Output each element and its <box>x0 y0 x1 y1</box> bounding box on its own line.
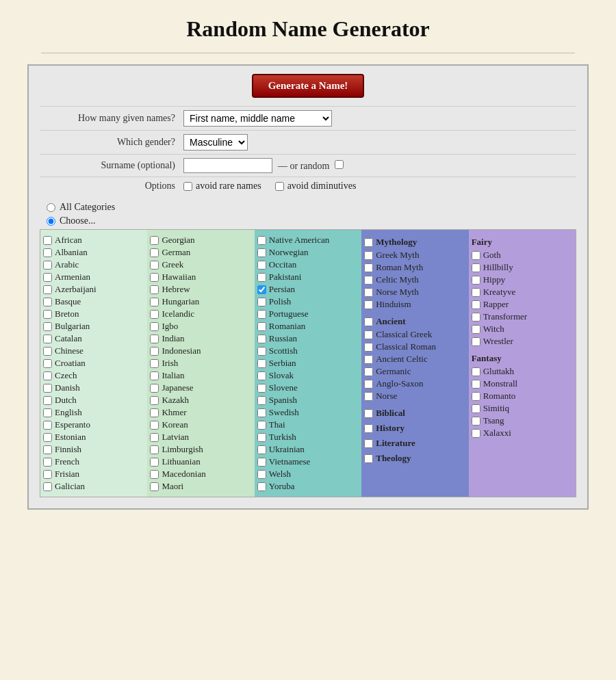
checkbox-vietnamese[interactable] <box>257 458 266 467</box>
checkbox-transformer[interactable] <box>472 313 480 322</box>
choose-label[interactable]: Choose... <box>47 215 576 226</box>
checkbox-azerbaijani[interactable] <box>43 285 52 294</box>
checkbox-dutch[interactable] <box>43 396 52 405</box>
checkbox-macedonian[interactable] <box>150 470 159 479</box>
checkbox-hinduism[interactable] <box>364 300 373 309</box>
checkbox-korean[interactable] <box>150 421 159 430</box>
checkbox-galician[interactable] <box>43 482 52 491</box>
checkbox-danish[interactable] <box>43 384 52 393</box>
all-categories-label[interactable]: All Categories <box>47 202 576 213</box>
random-surname-checkbox[interactable] <box>335 160 344 169</box>
checkbox-ukrainian[interactable] <box>257 445 266 454</box>
checkbox-german[interactable] <box>150 248 159 257</box>
checkbox-indonesian[interactable] <box>150 347 159 356</box>
checkbox-ancient[interactable] <box>364 317 373 326</box>
checkbox-albanian[interactable] <box>43 248 52 257</box>
checkbox-rapper[interactable] <box>472 300 480 309</box>
checkbox-witch[interactable] <box>472 325 480 334</box>
checkbox-limburgish[interactable] <box>150 445 159 454</box>
checkbox-xalaxxi[interactable] <box>472 429 480 438</box>
checkbox-spanish[interactable] <box>257 396 266 405</box>
gender-select[interactable]: Masculine Feminine Either <box>183 134 248 151</box>
checkbox-celtic-myth[interactable] <box>364 276 373 285</box>
checkbox-french[interactable] <box>43 458 52 467</box>
all-categories-radio[interactable] <box>47 203 55 212</box>
checkbox-anglo-saxon[interactable] <box>364 380 373 389</box>
checkbox-classical-roman[interactable] <box>364 343 373 352</box>
checkbox-greek-myth[interactable] <box>364 251 373 260</box>
checkbox-chinese[interactable] <box>43 347 52 356</box>
checkbox-greek[interactable] <box>150 261 159 270</box>
checkbox-lithuanian[interactable] <box>150 458 159 467</box>
checkbox-romanian[interactable] <box>257 322 266 331</box>
checkbox-roman-myth[interactable] <box>364 263 373 272</box>
checkbox-armenian[interactable] <box>43 273 52 282</box>
checkbox-gluttakh[interactable] <box>472 367 480 376</box>
checkbox-goth[interactable] <box>472 251 480 260</box>
checkbox-norse-myth[interactable] <box>364 288 373 297</box>
checkbox-wrestler[interactable] <box>472 337 480 346</box>
checkbox-hebrew[interactable] <box>150 285 159 294</box>
checkbox-russian[interactable] <box>257 335 266 343</box>
checkbox-classical-greek[interactable] <box>364 330 373 339</box>
checkbox-mythology[interactable] <box>364 238 373 247</box>
checkbox-kazakh[interactable] <box>150 396 159 405</box>
checkbox-arabic[interactable] <box>43 261 52 270</box>
checkbox-scottish[interactable] <box>257 347 266 356</box>
checkbox-maori[interactable] <box>150 482 159 491</box>
checkbox-romanto[interactable] <box>472 392 480 401</box>
given-names-select[interactable]: First name only First name, middle name … <box>183 110 332 127</box>
checkbox-english[interactable] <box>43 408 52 417</box>
checkbox-pakistani[interactable] <box>257 273 266 282</box>
checkbox-kreatyve[interactable] <box>472 288 480 297</box>
checkbox-hillbilly[interactable] <box>472 263 480 272</box>
checkbox-breton[interactable] <box>43 310 52 319</box>
checkbox-basque[interactable] <box>43 298 52 306</box>
avoid-dim-checkbox[interactable] <box>275 182 284 191</box>
surname-input[interactable] <box>183 158 272 173</box>
checkbox-simitiq[interactable] <box>472 404 480 413</box>
checkbox-igbo[interactable] <box>150 322 159 331</box>
checkbox-germanic[interactable] <box>364 367 373 376</box>
checkbox-irish[interactable] <box>150 359 159 368</box>
checkbox-italian[interactable] <box>150 371 159 380</box>
checkbox-polish[interactable] <box>257 298 266 306</box>
checkbox-ancient-celtic[interactable] <box>364 355 373 364</box>
checkbox-norwegian[interactable] <box>257 248 266 257</box>
checkbox-hippy[interactable] <box>472 276 480 285</box>
checkbox-portuguese[interactable] <box>257 310 266 319</box>
checkbox-hawaiian[interactable] <box>150 273 159 282</box>
avoid-rare-checkbox[interactable] <box>183 182 192 191</box>
checkbox-persian[interactable] <box>257 285 266 294</box>
checkbox-tsang[interactable] <box>472 417 480 426</box>
checkbox-croatian[interactable] <box>43 359 52 368</box>
checkbox-occitan[interactable] <box>257 261 266 270</box>
checkbox-literature[interactable] <box>364 439 373 448</box>
checkbox-thai[interactable] <box>257 421 266 430</box>
checkbox-bulgarian[interactable] <box>43 322 52 331</box>
checkbox-hungarian[interactable] <box>150 298 159 306</box>
checkbox-yoruba[interactable] <box>257 482 266 491</box>
checkbox-slovak[interactable] <box>257 371 266 380</box>
checkbox-georgian[interactable] <box>150 236 159 245</box>
checkbox-norse[interactable] <box>364 392 373 401</box>
checkbox-swedish[interactable] <box>257 408 266 417</box>
checkbox-theology[interactable] <box>364 454 373 463</box>
checkbox-turkish[interactable] <box>257 433 266 442</box>
checkbox-african[interactable] <box>43 236 52 245</box>
choose-radio[interactable] <box>47 217 55 226</box>
checkbox-latvian[interactable] <box>150 433 159 442</box>
generate-button[interactable]: Generate a Name! <box>252 74 365 98</box>
checkbox-serbian[interactable] <box>257 359 266 368</box>
checkbox-biblical[interactable] <box>364 409 373 418</box>
checkbox-monstrall[interactable] <box>472 380 480 389</box>
checkbox-finnish[interactable] <box>43 445 52 454</box>
checkbox-slovene[interactable] <box>257 384 266 393</box>
checkbox-estonian[interactable] <box>43 433 52 442</box>
checkbox-khmer[interactable] <box>150 408 159 417</box>
checkbox-icelandic[interactable] <box>150 310 159 319</box>
checkbox-welsh[interactable] <box>257 470 266 479</box>
checkbox-native-american[interactable] <box>257 236 266 245</box>
checkbox-czech[interactable] <box>43 371 52 380</box>
checkbox-frisian[interactable] <box>43 470 52 479</box>
